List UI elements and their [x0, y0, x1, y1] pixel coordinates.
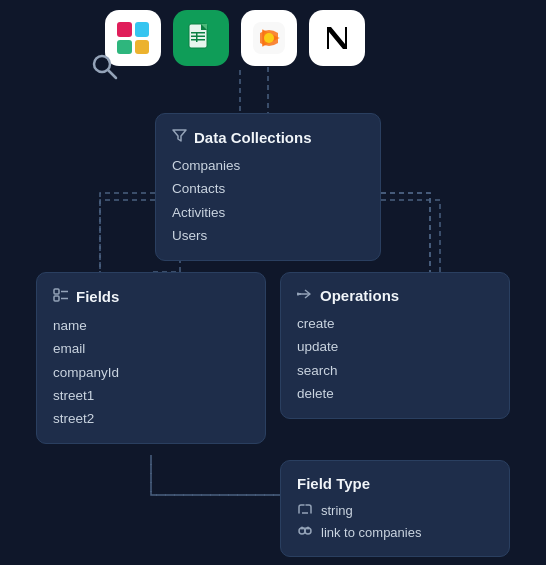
- fields-card: Fields name email companyId street1 stre…: [36, 272, 266, 444]
- arrow-right-icon: [297, 287, 313, 304]
- svg-rect-6: [191, 39, 205, 41]
- field-type-string-row: string: [297, 502, 493, 519]
- svg-rect-7: [196, 32, 198, 42]
- field-item-name: name: [53, 316, 249, 336]
- svg-rect-19: [54, 296, 59, 301]
- operation-delete: delete: [297, 384, 493, 404]
- svg-rect-4: [191, 32, 205, 34]
- fields-items: name email companyId street1 street2: [53, 316, 249, 429]
- operation-search: search: [297, 361, 493, 381]
- svg-line-17: [108, 70, 116, 78]
- field-type-title: Field Type: [297, 475, 493, 492]
- operations-card: Operations create update search delete: [280, 272, 510, 419]
- link-icon: [297, 523, 313, 542]
- svg-point-24: [297, 293, 300, 296]
- svg-point-14: [264, 33, 274, 43]
- operation-update: update: [297, 337, 493, 357]
- app-icons-row: [105, 10, 365, 66]
- collection-item-companies: Companies: [172, 156, 364, 176]
- field-item-street2: street2: [53, 409, 249, 429]
- collection-item-contacts: Contacts: [172, 179, 364, 199]
- svg-rect-5: [191, 36, 205, 38]
- planable-icon: [241, 10, 297, 66]
- svg-rect-18: [54, 289, 59, 294]
- data-collections-title: Data Collections: [172, 128, 364, 146]
- data-collections-card: Data Collections Companies Contacts Acti…: [155, 113, 381, 261]
- field-item-companyid: companyId: [53, 363, 249, 383]
- data-collections-items: Companies Contacts Activities Users: [172, 156, 364, 246]
- field-type-card: Field Type string: [280, 460, 510, 557]
- field-item-email: email: [53, 339, 249, 359]
- field-type-link-label: link to companies: [321, 525, 421, 540]
- fields-icon: [53, 287, 69, 306]
- field-item-street1: street1: [53, 386, 249, 406]
- operations-items: create update search delete: [297, 314, 493, 404]
- notion-icon: [309, 10, 365, 66]
- google-sheets-icon: [173, 10, 229, 66]
- operations-title: Operations: [297, 287, 493, 304]
- fields-title: Fields: [53, 287, 249, 306]
- diagram-container: Data Collections Companies Contacts Acti…: [0, 0, 546, 565]
- magnifier-icon: [90, 52, 118, 86]
- collection-item-users: Users: [172, 226, 364, 246]
- field-type-link-row: link to companies: [297, 523, 493, 542]
- field-type-string-label: string: [321, 503, 353, 518]
- operation-create: create: [297, 314, 493, 334]
- string-icon: [297, 502, 313, 519]
- collection-item-activities: Activities: [172, 203, 364, 223]
- filter-icon: [172, 128, 187, 146]
